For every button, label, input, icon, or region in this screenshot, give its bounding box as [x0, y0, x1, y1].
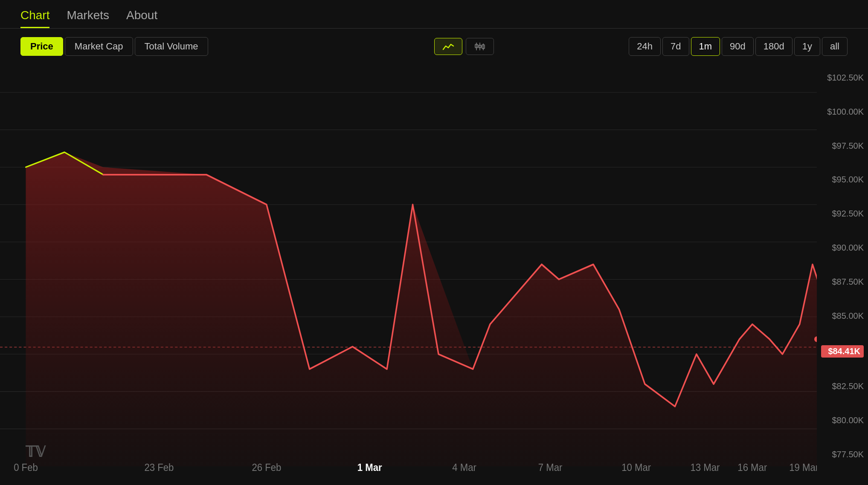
- time-24h-button[interactable]: 24h: [629, 37, 661, 56]
- tradingview-logo: 𝕋𝕍: [26, 443, 46, 460]
- y-label-90000: $90.00K: [821, 243, 864, 253]
- y-label-92500: $92.50K: [821, 209, 864, 219]
- time-buttons: 24h 7d 1m 90d 180d 1y all: [629, 37, 848, 56]
- x-label-26feb: 26 Feb: [252, 462, 281, 473]
- time-7d-button[interactable]: 7d: [662, 37, 689, 56]
- x-label-0feb: 0 Feb: [14, 462, 38, 473]
- x-label-16mar: 16 Mar: [737, 462, 767, 473]
- y-label-77500: $77.50K: [821, 450, 864, 459]
- top-nav: Chart Markets About: [0, 0, 868, 29]
- chart-svg-container: 0 Feb 23 Feb 26 Feb 1 Mar 4 Mar 7 Mar 10…: [0, 64, 817, 485]
- x-label-13mar: 13 Mar: [690, 462, 720, 473]
- time-180d-button[interactable]: 180d: [755, 37, 793, 56]
- chart-area: 0 Feb 23 Feb 26 Feb 1 Mar 4 Mar 7 Mar 10…: [0, 64, 868, 485]
- metric-buttons: Price Market Cap Total Volume: [20, 37, 208, 56]
- total-volume-button[interactable]: Total Volume: [135, 37, 208, 56]
- line-chart-button[interactable]: [434, 38, 462, 55]
- y-axis: $102.50K $100.00K $97.50K $95.00K $92.50…: [817, 64, 868, 485]
- x-label-1mar: 1 Mar: [357, 462, 382, 473]
- x-label-4mar: 4 Mar: [452, 462, 476, 473]
- nav-markets[interactable]: Markets: [67, 9, 109, 28]
- y-label-current-price: $84.41K: [821, 345, 864, 358]
- candlestick-icon: [474, 42, 486, 51]
- y-label-97500: $97.50K: [821, 141, 864, 151]
- app-container: Chart Markets About Price Market Cap Tot…: [0, 0, 868, 485]
- y-label-80000: $80.00K: [821, 416, 864, 425]
- time-1m-button[interactable]: 1m: [691, 37, 720, 56]
- x-label-7mar: 7 Mar: [538, 462, 563, 473]
- time-all-button[interactable]: all: [822, 37, 848, 56]
- price-chart-svg: 0 Feb 23 Feb 26 Feb 1 Mar 4 Mar 7 Mar 10…: [0, 64, 817, 485]
- x-label-19mar: 19 Mar: [789, 462, 817, 473]
- chart-type-buttons: [434, 38, 494, 55]
- candlestick-chart-button[interactable]: [466, 38, 494, 55]
- nav-about[interactable]: About: [126, 9, 157, 28]
- time-90d-button[interactable]: 90d: [722, 37, 754, 56]
- nav-chart[interactable]: Chart: [20, 9, 49, 28]
- y-label-82500: $82.50K: [821, 381, 864, 391]
- y-label-102500: $102.50K: [821, 73, 864, 83]
- price-button[interactable]: Price: [20, 37, 63, 56]
- svg-marker-17: [26, 152, 817, 466]
- market-cap-button[interactable]: Market Cap: [65, 37, 133, 56]
- y-label-85000: $85.00K: [821, 311, 864, 321]
- chart-wrapper: 0 Feb 23 Feb 26 Feb 1 Mar 4 Mar 7 Mar 10…: [0, 64, 868, 485]
- y-label-87500: $87.50K: [821, 277, 864, 287]
- controls-bar: Price Market Cap Total Volume: [0, 29, 868, 64]
- time-1y-button[interactable]: 1y: [794, 37, 820, 56]
- y-label-95000: $95.00K: [821, 175, 864, 185]
- x-label-23feb: 23 Feb: [144, 462, 174, 473]
- line-chart-icon: [442, 42, 454, 51]
- y-label-100000: $100.00K: [821, 107, 864, 117]
- x-label-10mar: 10 Mar: [621, 462, 651, 473]
